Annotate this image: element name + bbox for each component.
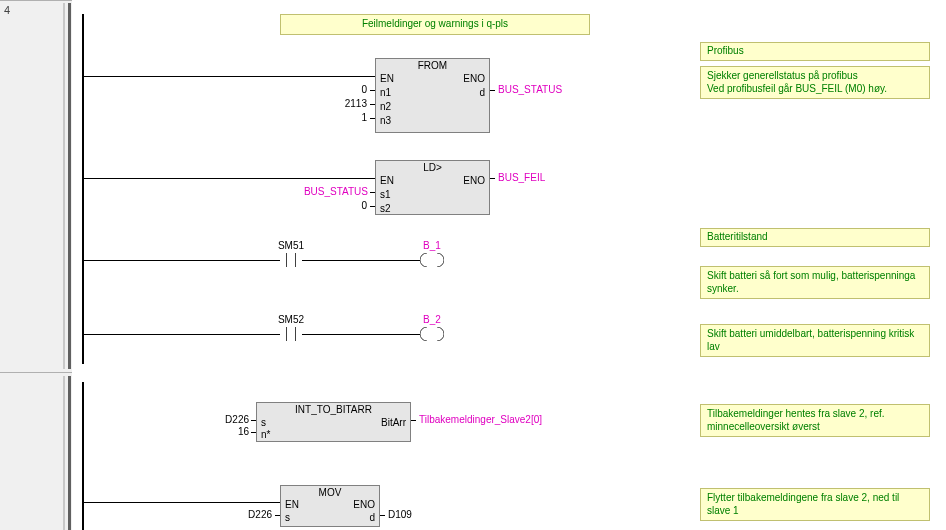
ld-tick-s1 (370, 192, 375, 193)
from-in-n1: 0 (325, 84, 367, 95)
from-in-n2: 2113 (325, 98, 367, 109)
coil-b2[interactable] (420, 327, 444, 341)
from-in-n3: 1 (325, 112, 367, 123)
from-pin-n1: n1 (380, 87, 391, 98)
gutter-bar-dark-2 (68, 376, 71, 530)
from-pin-d: d (479, 87, 485, 98)
comment-battery2: Skift batteri umiddelbart, batterispenni… (700, 324, 930, 357)
from-tick-n2 (370, 104, 375, 105)
comment-battery-header: Batteritilstand (700, 228, 930, 247)
mov-block[interactable]: MOV EN ENO s d (280, 485, 380, 527)
ld-pin-s1: s1 (380, 189, 391, 200)
mov-pin-s: s (285, 512, 290, 523)
coil-b2-label: B_2 (423, 314, 441, 325)
int-tick-out (411, 420, 416, 421)
from-tick-n3 (370, 118, 375, 119)
coil-b1-label: B_1 (423, 240, 441, 251)
ld-block-title: LD> (376, 161, 489, 173)
gutter-sep-top (0, 0, 72, 1)
comment-mov: Flytter tilbakemeldingene fra slave 2, n… (700, 488, 930, 521)
ld-in-s2: 0 (325, 200, 367, 211)
wire-sm52-m (302, 334, 420, 335)
mov-pin-d: d (369, 512, 375, 523)
ld-pin-en: EN (380, 175, 394, 186)
int-pin-s: s (261, 417, 266, 428)
comment-battery1: Skift batteri så fort som mulig, batteri… (700, 266, 930, 299)
mov-in-s: D226 (228, 509, 272, 520)
ld-pin-eno: ENO (463, 175, 485, 186)
comment-slave2: Tilbakemeldinger hentes fra slave 2, ref… (700, 404, 930, 437)
ld-block[interactable]: LD> EN ENO s1 s2 (375, 160, 490, 215)
int-in-n: 16 (205, 426, 249, 437)
ld-tick-s2 (370, 206, 375, 207)
comment-title: Feilmeldinger og warnings i q-pls (280, 14, 590, 35)
rung-gutter (0, 0, 72, 530)
gutter-bar-light-2 (63, 376, 65, 530)
wire-sm51-l (84, 260, 280, 261)
from-tick-n1 (370, 90, 375, 91)
contact-sm51[interactable] (280, 253, 302, 267)
from-pin-eno: ENO (463, 73, 485, 84)
gutter-bar-dark-1 (68, 3, 71, 369)
int-block-title: INT_TO_BITARR (257, 403, 410, 415)
from-block[interactable]: FROM EN ENO n1 d n2 n3 (375, 58, 490, 133)
int-to-bitarr-block[interactable]: INT_TO_BITARR s BitArr n* (256, 402, 411, 442)
mov-out-d: D109 (388, 509, 432, 520)
from-pin-en: EN (380, 73, 394, 84)
wire-ld-en (84, 178, 375, 179)
mov-tick-s (275, 515, 280, 516)
left-rail-1 (82, 14, 84, 364)
mov-pin-en: EN (285, 499, 299, 510)
from-block-title: FROM (376, 59, 489, 71)
ld-out-eno: BUS_FEIL (498, 172, 545, 183)
wire-sm51-m (302, 260, 420, 261)
contact-sm51-label: SM51 (278, 240, 304, 251)
int-tick-n (251, 432, 256, 433)
from-pin-n2: n2 (380, 101, 391, 112)
mov-block-title: MOV (281, 486, 379, 498)
coil-b1[interactable] (420, 253, 444, 267)
ld-pin-s2: s2 (380, 203, 391, 214)
wire-from-en (84, 76, 375, 77)
int-pin-nstar: n* (261, 429, 270, 440)
contact-sm52[interactable] (280, 327, 302, 341)
from-tick-d (490, 90, 495, 91)
left-rail-2 (82, 382, 84, 530)
comment-profibus-header: Profibus (700, 42, 930, 61)
mov-tick-d (380, 515, 385, 516)
gutter-sep-mid (0, 372, 72, 373)
int-in-s: D226 (205, 414, 249, 425)
from-pin-n3: n3 (380, 115, 391, 126)
int-out: Tilbakemeldinger_Slave2[0] (419, 414, 542, 425)
gutter-bar-light-1 (63, 3, 65, 369)
wire-sm52-l (84, 334, 280, 335)
int-tick-s (251, 420, 256, 421)
int-pin-bitarr: BitArr (381, 417, 406, 428)
comment-profibus-body: Sjekker generellstatus på profibus Ved p… (700, 66, 930, 99)
from-out-d: BUS_STATUS (498, 84, 562, 95)
wire-mov-en (84, 502, 280, 503)
mov-pin-eno: ENO (353, 499, 375, 510)
contact-sm52-label: SM52 (278, 314, 304, 325)
rung-number: 4 (4, 4, 24, 16)
ld-tick-eno (490, 178, 495, 179)
ld-in-s1: BUS_STATUS (280, 186, 368, 197)
